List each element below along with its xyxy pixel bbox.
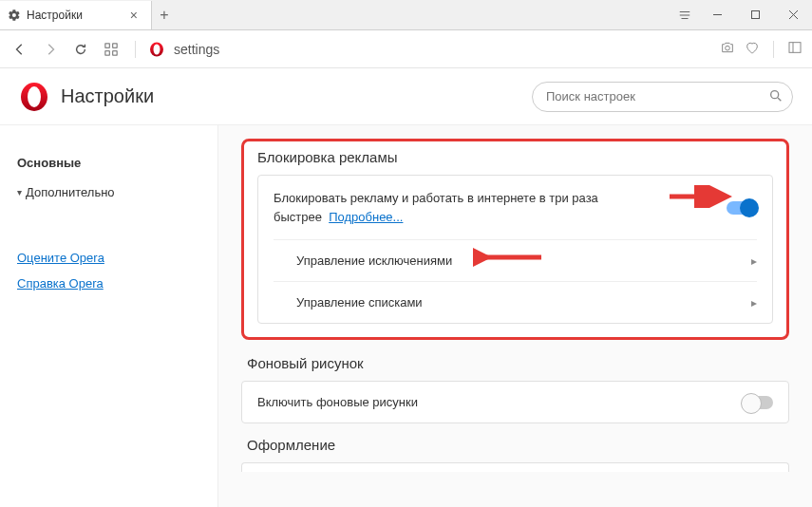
wallpaper-heading: Фоновый рисунок	[247, 355, 789, 371]
sidebar-toggle-icon[interactable]	[787, 40, 803, 59]
wallpaper-toggle-row: Включить фоновые рисунки	[242, 382, 788, 422]
opera-logo	[19, 82, 49, 112]
titlebar: Настройки × +	[0, 0, 812, 30]
back-button[interactable]	[9, 39, 30, 60]
reload-button[interactable]	[70, 39, 91, 60]
address-input[interactable]: settings	[174, 42, 710, 57]
adblock-heading: Блокировка рекламы	[257, 149, 773, 165]
sidebar-item-basic[interactable]: Основные	[17, 148, 200, 178]
search-icon	[768, 88, 784, 107]
annotation-arrow-icon	[473, 246, 549, 269]
minimize-button[interactable]	[698, 0, 736, 30]
sidebar-item-advanced[interactable]: Дополнительно	[17, 178, 200, 207]
svg-line-13	[778, 98, 781, 101]
maximize-button[interactable]	[736, 0, 774, 30]
heart-icon[interactable]	[745, 40, 760, 59]
adblock-exceptions-row[interactable]: Управление исключениями ▸	[274, 239, 757, 281]
adblock-description: Блокировать рекламу и работать в интерне…	[274, 189, 634, 226]
svg-rect-4	[113, 50, 117, 54]
window-controls	[671, 0, 812, 30]
chevron-right-icon: ▸	[751, 254, 757, 268]
sidebar-item-label: Дополнительно	[26, 185, 115, 199]
settings-search-input[interactable]	[532, 82, 793, 112]
svg-point-11	[28, 86, 41, 107]
adblock-section-highlight: Блокировка рекламы Блокировать рекламу и…	[241, 139, 789, 340]
svg-rect-8	[789, 42, 801, 52]
page-title: Настройки	[61, 85, 532, 107]
sidebar-link-help[interactable]: Справка Opera	[17, 271, 200, 296]
sidebar-link-rate[interactable]: Оцените Opera	[17, 245, 200, 271]
main-content: Блокировка рекламы Блокировать рекламу и…	[218, 125, 812, 507]
appearance-heading: Оформление	[247, 437, 789, 453]
svg-rect-3	[105, 50, 109, 54]
opera-icon	[149, 42, 164, 57]
adblock-lists-label: Управление списками	[296, 295, 423, 310]
adblock-card: Блокировать рекламу и работать в интерне…	[257, 175, 773, 324]
gear-icon	[8, 9, 21, 22]
page-header: Настройки	[0, 68, 812, 125]
svg-point-6	[154, 44, 161, 54]
adblock-toggle-row: Блокировать рекламу и работать в интерне…	[258, 176, 772, 239]
wallpaper-row-label: Включить фоновые рисунки	[257, 395, 418, 409]
speed-dial-button[interactable]	[101, 39, 122, 60]
snapshot-icon[interactable]	[720, 40, 735, 59]
settings-search[interactable]	[532, 82, 793, 112]
svg-rect-1	[105, 43, 109, 47]
svg-rect-2	[113, 43, 117, 47]
separator	[135, 41, 136, 58]
adblock-exceptions-label: Управление исключениями	[296, 254, 452, 268]
tab-title: Настройки	[27, 9, 83, 22]
wallpaper-section: Фоновый рисунок Включить фоновые рисунки	[241, 355, 789, 423]
browser-tab[interactable]: Настройки ×	[0, 1, 152, 29]
adblock-toggle[interactable]	[727, 201, 757, 215]
svg-rect-0	[751, 11, 759, 19]
tab-close-icon[interactable]: ×	[126, 8, 142, 23]
forward-button[interactable]	[40, 39, 61, 60]
sidebar: Основные Дополнительно Оцените Opera Спр…	[0, 125, 218, 507]
adblock-desc-text: Блокировать рекламу и работать в интерне…	[274, 191, 598, 224]
adblock-learn-more-link[interactable]: Подробнее...	[329, 210, 403, 224]
annotation-arrow-icon	[668, 185, 732, 208]
new-tab-button[interactable]: +	[152, 7, 177, 24]
svg-point-7	[726, 46, 730, 50]
chevron-right-icon: ▸	[751, 296, 757, 310]
close-window-button[interactable]	[774, 0, 812, 30]
easy-setup-icon[interactable]	[671, 0, 698, 30]
adblock-lists-row[interactable]: Управление списками ▸	[274, 281, 757, 323]
wallpaper-toggle[interactable]	[743, 396, 773, 409]
appearance-section: Оформление	[241, 437, 789, 472]
svg-point-12	[771, 90, 779, 98]
separator	[773, 41, 774, 58]
address-bar: settings	[0, 30, 812, 68]
